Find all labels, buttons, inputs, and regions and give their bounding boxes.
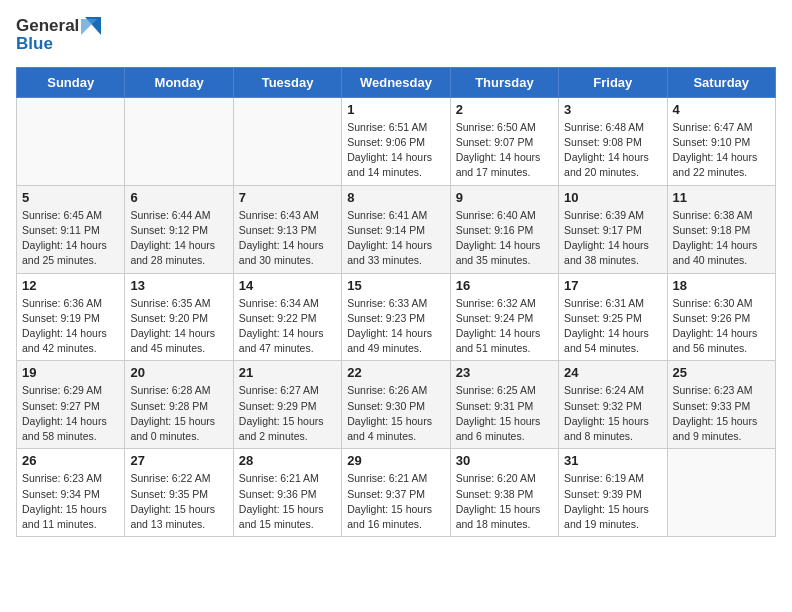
calendar-cell: 17Sunrise: 6:31 AM Sunset: 9:25 PM Dayli… — [559, 273, 667, 361]
day-number: 23 — [456, 365, 553, 380]
calendar-cell — [17, 97, 125, 185]
calendar-cell: 26Sunrise: 6:23 AM Sunset: 9:34 PM Dayli… — [17, 449, 125, 537]
calendar-week-row: 19Sunrise: 6:29 AM Sunset: 9:27 PM Dayli… — [17, 361, 776, 449]
day-number: 14 — [239, 278, 336, 293]
day-number: 29 — [347, 453, 444, 468]
day-number: 26 — [22, 453, 119, 468]
day-info: Sunrise: 6:30 AM Sunset: 9:26 PM Dayligh… — [673, 296, 770, 357]
calendar-cell: 9Sunrise: 6:40 AM Sunset: 9:16 PM Daylig… — [450, 185, 558, 273]
calendar-cell: 21Sunrise: 6:27 AM Sunset: 9:29 PM Dayli… — [233, 361, 341, 449]
day-info: Sunrise: 6:47 AM Sunset: 9:10 PM Dayligh… — [673, 120, 770, 181]
day-info: Sunrise: 6:25 AM Sunset: 9:31 PM Dayligh… — [456, 383, 553, 444]
day-number: 19 — [22, 365, 119, 380]
logo-general: General — [16, 16, 79, 36]
calendar-cell: 16Sunrise: 6:32 AM Sunset: 9:24 PM Dayli… — [450, 273, 558, 361]
day-info: Sunrise: 6:35 AM Sunset: 9:20 PM Dayligh… — [130, 296, 227, 357]
weekday-header-row: SundayMondayTuesdayWednesdayThursdayFrid… — [17, 67, 776, 97]
day-number: 21 — [239, 365, 336, 380]
weekday-header-wednesday: Wednesday — [342, 67, 450, 97]
logo-triangle-icon — [81, 17, 101, 35]
day-info: Sunrise: 6:21 AM Sunset: 9:36 PM Dayligh… — [239, 471, 336, 532]
calendar-cell: 4Sunrise: 6:47 AM Sunset: 9:10 PM Daylig… — [667, 97, 775, 185]
weekday-header-thursday: Thursday — [450, 67, 558, 97]
day-number: 12 — [22, 278, 119, 293]
calendar-cell: 25Sunrise: 6:23 AM Sunset: 9:33 PM Dayli… — [667, 361, 775, 449]
day-number: 3 — [564, 102, 661, 117]
calendar-cell: 19Sunrise: 6:29 AM Sunset: 9:27 PM Dayli… — [17, 361, 125, 449]
calendar-cell: 29Sunrise: 6:21 AM Sunset: 9:37 PM Dayli… — [342, 449, 450, 537]
day-info: Sunrise: 6:33 AM Sunset: 9:23 PM Dayligh… — [347, 296, 444, 357]
day-number: 27 — [130, 453, 227, 468]
calendar-cell: 18Sunrise: 6:30 AM Sunset: 9:26 PM Dayli… — [667, 273, 775, 361]
weekday-header-tuesday: Tuesday — [233, 67, 341, 97]
day-info: Sunrise: 6:28 AM Sunset: 9:28 PM Dayligh… — [130, 383, 227, 444]
page-header: General Blue — [16, 16, 776, 55]
calendar-cell: 27Sunrise: 6:22 AM Sunset: 9:35 PM Dayli… — [125, 449, 233, 537]
day-info: Sunrise: 6:44 AM Sunset: 9:12 PM Dayligh… — [130, 208, 227, 269]
day-number: 20 — [130, 365, 227, 380]
calendar-cell: 12Sunrise: 6:36 AM Sunset: 9:19 PM Dayli… — [17, 273, 125, 361]
calendar-table: SundayMondayTuesdayWednesdayThursdayFrid… — [16, 67, 776, 537]
calendar-cell: 15Sunrise: 6:33 AM Sunset: 9:23 PM Dayli… — [342, 273, 450, 361]
day-info: Sunrise: 6:21 AM Sunset: 9:37 PM Dayligh… — [347, 471, 444, 532]
calendar-week-row: 5Sunrise: 6:45 AM Sunset: 9:11 PM Daylig… — [17, 185, 776, 273]
day-info: Sunrise: 6:23 AM Sunset: 9:33 PM Dayligh… — [673, 383, 770, 444]
day-info: Sunrise: 6:19 AM Sunset: 9:39 PM Dayligh… — [564, 471, 661, 532]
calendar-cell: 28Sunrise: 6:21 AM Sunset: 9:36 PM Dayli… — [233, 449, 341, 537]
weekday-header-friday: Friday — [559, 67, 667, 97]
day-number: 17 — [564, 278, 661, 293]
day-number: 4 — [673, 102, 770, 117]
day-info: Sunrise: 6:39 AM Sunset: 9:17 PM Dayligh… — [564, 208, 661, 269]
day-number: 10 — [564, 190, 661, 205]
logo-blue: Blue — [16, 34, 101, 54]
day-info: Sunrise: 6:51 AM Sunset: 9:06 PM Dayligh… — [347, 120, 444, 181]
calendar-cell: 23Sunrise: 6:25 AM Sunset: 9:31 PM Dayli… — [450, 361, 558, 449]
calendar-cell: 30Sunrise: 6:20 AM Sunset: 9:38 PM Dayli… — [450, 449, 558, 537]
day-number: 31 — [564, 453, 661, 468]
weekday-header-monday: Monday — [125, 67, 233, 97]
day-number: 8 — [347, 190, 444, 205]
day-number: 7 — [239, 190, 336, 205]
day-info: Sunrise: 6:38 AM Sunset: 9:18 PM Dayligh… — [673, 208, 770, 269]
calendar-cell: 13Sunrise: 6:35 AM Sunset: 9:20 PM Dayli… — [125, 273, 233, 361]
day-number: 2 — [456, 102, 553, 117]
weekday-header-sunday: Sunday — [17, 67, 125, 97]
day-info: Sunrise: 6:41 AM Sunset: 9:14 PM Dayligh… — [347, 208, 444, 269]
day-number: 22 — [347, 365, 444, 380]
calendar-week-row: 26Sunrise: 6:23 AM Sunset: 9:34 PM Dayli… — [17, 449, 776, 537]
calendar-cell: 1Sunrise: 6:51 AM Sunset: 9:06 PM Daylig… — [342, 97, 450, 185]
calendar-cell: 10Sunrise: 6:39 AM Sunset: 9:17 PM Dayli… — [559, 185, 667, 273]
day-info: Sunrise: 6:31 AM Sunset: 9:25 PM Dayligh… — [564, 296, 661, 357]
day-number: 13 — [130, 278, 227, 293]
day-info: Sunrise: 6:50 AM Sunset: 9:07 PM Dayligh… — [456, 120, 553, 181]
day-info: Sunrise: 6:20 AM Sunset: 9:38 PM Dayligh… — [456, 471, 553, 532]
calendar-cell — [667, 449, 775, 537]
day-number: 18 — [673, 278, 770, 293]
calendar-cell: 5Sunrise: 6:45 AM Sunset: 9:11 PM Daylig… — [17, 185, 125, 273]
calendar-week-row: 12Sunrise: 6:36 AM Sunset: 9:19 PM Dayli… — [17, 273, 776, 361]
calendar-cell — [233, 97, 341, 185]
day-number: 9 — [456, 190, 553, 205]
calendar-week-row: 1Sunrise: 6:51 AM Sunset: 9:06 PM Daylig… — [17, 97, 776, 185]
day-info: Sunrise: 6:45 AM Sunset: 9:11 PM Dayligh… — [22, 208, 119, 269]
calendar-cell: 7Sunrise: 6:43 AM Sunset: 9:13 PM Daylig… — [233, 185, 341, 273]
day-number: 28 — [239, 453, 336, 468]
day-info: Sunrise: 6:48 AM Sunset: 9:08 PM Dayligh… — [564, 120, 661, 181]
calendar-cell — [125, 97, 233, 185]
calendar-cell: 6Sunrise: 6:44 AM Sunset: 9:12 PM Daylig… — [125, 185, 233, 273]
day-number: 30 — [456, 453, 553, 468]
calendar-cell: 3Sunrise: 6:48 AM Sunset: 9:08 PM Daylig… — [559, 97, 667, 185]
calendar-cell: 22Sunrise: 6:26 AM Sunset: 9:30 PM Dayli… — [342, 361, 450, 449]
calendar-cell: 14Sunrise: 6:34 AM Sunset: 9:22 PM Dayli… — [233, 273, 341, 361]
day-info: Sunrise: 6:32 AM Sunset: 9:24 PM Dayligh… — [456, 296, 553, 357]
day-info: Sunrise: 6:40 AM Sunset: 9:16 PM Dayligh… — [456, 208, 553, 269]
day-number: 15 — [347, 278, 444, 293]
calendar-cell: 8Sunrise: 6:41 AM Sunset: 9:14 PM Daylig… — [342, 185, 450, 273]
logo-text: General Blue — [16, 16, 101, 55]
calendar-cell: 20Sunrise: 6:28 AM Sunset: 9:28 PM Dayli… — [125, 361, 233, 449]
day-info: Sunrise: 6:22 AM Sunset: 9:35 PM Dayligh… — [130, 471, 227, 532]
calendar-cell: 11Sunrise: 6:38 AM Sunset: 9:18 PM Dayli… — [667, 185, 775, 273]
day-info: Sunrise: 6:36 AM Sunset: 9:19 PM Dayligh… — [22, 296, 119, 357]
day-number: 5 — [22, 190, 119, 205]
day-number: 24 — [564, 365, 661, 380]
